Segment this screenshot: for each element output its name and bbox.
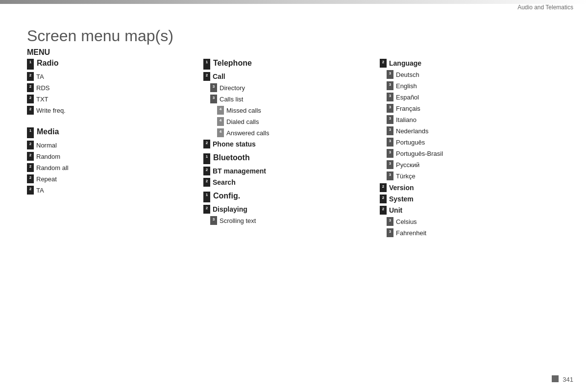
- bt-management-row: 2 BT management: [203, 167, 365, 175]
- repeat-row: 2 Repeat: [27, 174, 184, 183]
- header-label: Audio and Telematics: [517, 4, 573, 11]
- nederlands-label: Nederlands: [396, 127, 429, 135]
- version-label: Version: [389, 184, 414, 192]
- fahrenheit-badge: 3: [387, 228, 393, 237]
- fahrenheit-row: 3 Fahrenheit: [387, 228, 551, 237]
- random-all-label: Random all: [36, 164, 69, 172]
- displaying-badge: 2: [203, 205, 210, 214]
- celsius-label: Celsius: [396, 218, 417, 225]
- missed-calls-row: 4 Missed calls: [217, 106, 365, 115]
- unit-row: 2 Unit: [380, 206, 551, 215]
- francais-row: 3 Français: [387, 104, 551, 113]
- portugues-badge: 3: [387, 138, 393, 147]
- celsius-row: 3 Celsius: [387, 217, 551, 226]
- turkce-label: Türkçe: [396, 172, 416, 180]
- portugues-row: 3 Português: [387, 138, 551, 147]
- page-number: 341: [563, 376, 573, 383]
- search-row: 2 Search: [203, 178, 365, 187]
- repeat-label: Repeat: [36, 175, 57, 183]
- column-2: 1 Telephone 2 Call 3 Directory 3 Calls l…: [203, 59, 365, 228]
- random-badge: 2: [27, 152, 34, 161]
- calls-list-label: Calls list: [220, 96, 243, 103]
- rds-row: 2 RDS: [27, 83, 184, 92]
- directory-label: Directory: [220, 84, 245, 92]
- missed-calls-label: Missed calls: [226, 107, 261, 114]
- random-all-badge: 2: [27, 163, 34, 172]
- write-freq-row: 2 Write freq.: [27, 106, 184, 115]
- francais-label: Français: [396, 105, 420, 112]
- deutsch-badge: 3: [387, 70, 393, 79]
- italiano-row: 3 Italiano: [387, 115, 551, 124]
- media-group: 1 Media 2 Normal 2 Random 2 Random all 2…: [27, 127, 184, 195]
- phone-status-row: 2 Phone status: [203, 140, 365, 148]
- language-group: 2 Language 3 Deutsch 3 English 3 Español…: [380, 59, 551, 180]
- calls-list-badge: 3: [210, 95, 217, 103]
- calls-list-row: 3 Calls list: [210, 95, 365, 103]
- write-freq-badge: 2: [27, 106, 34, 115]
- phone-status-badge: 2: [203, 140, 210, 148]
- page-title: Screen menu map(s): [27, 27, 173, 45]
- russian-row: 3 Русский: [387, 160, 551, 169]
- unit-group: 2 Unit 3 Celsius 3 Fahrenheit: [380, 206, 551, 237]
- espanol-label: Español: [396, 94, 419, 101]
- top-decorative-bar: [0, 0, 588, 4]
- telephone-label: Telephone: [213, 59, 252, 70]
- deutsch-row: 3 Deutsch: [387, 70, 551, 79]
- random-all-row: 2 Random all: [27, 163, 184, 172]
- portugues-label: Português: [396, 139, 425, 146]
- english-label: English: [396, 82, 417, 90]
- english-badge: 3: [387, 81, 393, 90]
- answered-calls-label: Answered calls: [226, 129, 269, 137]
- bluetooth-badge-1: 1: [203, 153, 210, 164]
- nederlands-row: 3 Nederlands: [387, 126, 551, 135]
- scrolling-text-badge: 3: [210, 216, 217, 225]
- rds-badge: 2: [27, 83, 34, 92]
- bt-management-badge: 2: [203, 167, 210, 175]
- turkce-row: 3 Türkçe: [387, 172, 551, 180]
- directory-badge: 3: [210, 83, 217, 92]
- italiano-badge: 3: [387, 115, 393, 124]
- repeat-badge: 2: [27, 174, 34, 183]
- answered-calls-row: 4 Answered calls: [217, 128, 365, 137]
- radio-group: 1 Radio 2 TA 2 RDS 2 TXT 2 Write freq.: [27, 59, 184, 115]
- scrolling-text-row: 3 Scrolling text: [210, 216, 365, 225]
- normal-row: 2 Normal: [27, 141, 184, 149]
- russian-badge: 3: [387, 160, 393, 169]
- ta-row: 2 TA: [27, 72, 184, 81]
- dialed-calls-label: Dialed calls: [226, 118, 259, 125]
- system-row: 2 System: [380, 195, 551, 203]
- turkce-badge: 3: [387, 172, 393, 180]
- call-badge: 2: [203, 72, 210, 81]
- telephone-group: 1 Telephone 2 Call 3 Directory 3 Calls l…: [203, 59, 365, 148]
- celsius-badge: 3: [387, 217, 393, 226]
- column-3: 2 Language 3 Deutsch 3 English 3 Español…: [380, 59, 551, 240]
- missed-calls-badge: 4: [217, 106, 224, 115]
- search-badge: 2: [203, 178, 210, 187]
- ta2-label: TA: [36, 187, 44, 194]
- nederlands-badge: 3: [387, 126, 393, 135]
- francais-badge: 3: [387, 104, 393, 113]
- write-freq-label: Write freq.: [36, 107, 66, 114]
- ta-label: TA: [36, 73, 44, 80]
- call-row: 2 Call: [203, 72, 365, 81]
- ta2-badge: 2: [27, 186, 34, 195]
- txt-label: TXT: [36, 96, 49, 103]
- answered-calls-badge: 4: [217, 128, 224, 137]
- portugues-brasil-badge: 3: [387, 149, 393, 158]
- espanol-row: 3 Español: [387, 93, 551, 101]
- header-text: Audio and Telematics: [517, 4, 573, 11]
- config-label: Config.: [213, 192, 240, 202]
- language-row: 2 Language: [380, 59, 551, 68]
- version-badge: 2: [380, 183, 387, 192]
- phone-status-label: Phone status: [213, 140, 256, 148]
- language-badge: 2: [380, 59, 387, 68]
- call-label: Call: [213, 73, 225, 80]
- random-label: Random: [36, 153, 60, 160]
- telephone-badge-1: 1: [203, 59, 210, 70]
- menu-label: MENU: [27, 48, 50, 57]
- displaying-label: Displaying: [213, 205, 247, 213]
- page-square-icon: [552, 375, 559, 382]
- radio-label: Radio: [37, 59, 58, 70]
- bt-management-label: BT management: [213, 167, 266, 175]
- normal-badge: 2: [27, 141, 34, 149]
